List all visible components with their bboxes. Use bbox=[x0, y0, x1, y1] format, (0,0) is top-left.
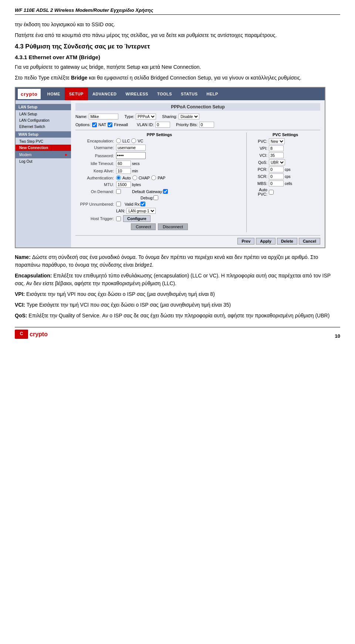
sharing-label: Sharing: bbox=[162, 114, 177, 119]
auth-auto-label: Auto bbox=[122, 176, 131, 180]
encap-vc-label: VC bbox=[138, 139, 143, 143]
router-main: PPPoA Connection Setup Name: Type: PPPoA… bbox=[71, 100, 325, 247]
page-footer: C crypto 10 bbox=[15, 327, 340, 339]
nav-status[interactable]: STATUS bbox=[176, 88, 202, 100]
nav-wireless[interactable]: WIRELESS bbox=[121, 88, 152, 100]
nav-setup[interactable]: SETUP bbox=[65, 88, 88, 100]
auto-pvc-checkbox[interactable] bbox=[269, 190, 274, 195]
ondemand-row: On Demand: Default Gateway: bbox=[75, 189, 243, 194]
pcr-label: PCR: bbox=[250, 167, 269, 172]
username-row: Username: bbox=[75, 145, 243, 151]
router-sidebar: LAN Setup LAN Setup LAN Configuration Et… bbox=[16, 100, 71, 247]
auto-pvc-row: Auto PVC: bbox=[250, 188, 320, 196]
mbs-label: MBS: bbox=[250, 181, 269, 186]
header-title: WF 110E ADSL 2 Wireless Modem/Router Εγχ… bbox=[15, 7, 153, 13]
valid-rx-checkbox[interactable] bbox=[141, 202, 145, 206]
ppp-settings-title: PPP Settings bbox=[75, 132, 243, 137]
disconnect-button[interactable]: Disconnect bbox=[158, 223, 187, 230]
encap-body-text: Encapsulation: Επιλέξτε τον επιθυμητό τύ… bbox=[15, 272, 340, 287]
prev-button[interactable]: Prev bbox=[237, 238, 254, 245]
pcr-input[interactable] bbox=[269, 166, 284, 172]
qos-select[interactable]: UBR bbox=[269, 159, 285, 165]
auth-pap-radio[interactable] bbox=[151, 175, 156, 180]
pvc-select[interactable]: New bbox=[269, 138, 285, 144]
connect-row: Connect Disconnect bbox=[75, 223, 243, 230]
nat-checkbox[interactable] bbox=[92, 122, 97, 127]
connect-button[interactable]: Connect bbox=[131, 223, 156, 230]
idle-label: Idle Timeout: bbox=[75, 161, 116, 166]
encap-llc-radio[interactable] bbox=[116, 138, 121, 143]
configure-button[interactable]: Configure bbox=[123, 215, 151, 222]
sidebar-item-new-connection[interactable]: New Connection bbox=[16, 145, 71, 151]
vlan-input[interactable] bbox=[155, 122, 170, 128]
type-select[interactable]: PPPoA bbox=[136, 114, 156, 119]
delete-button[interactable]: Delete bbox=[277, 238, 297, 245]
logo-text: crypto bbox=[21, 91, 38, 97]
section-4-3-1-desc: Για να ρυθμίσετε το gateway ως bridge, π… bbox=[15, 63, 340, 71]
ppp-unnumbered-checkbox[interactable] bbox=[116, 202, 121, 206]
priority-input[interactable] bbox=[199, 122, 214, 128]
sidebar-item-ethernet-switch[interactable]: Ethernet Switch bbox=[16, 124, 71, 130]
nav-home[interactable]: HOME bbox=[43, 88, 65, 100]
debug-checkbox[interactable] bbox=[153, 195, 158, 200]
keepalive-unit: min bbox=[132, 169, 138, 173]
type-field: Type: PPPoA bbox=[124, 114, 156, 119]
nav-items: HOME SETUP ADVANCED WIRELESS TOOLS STATU… bbox=[43, 88, 223, 100]
encap-radios: LLC VC bbox=[116, 138, 143, 143]
keepalive-input[interactable] bbox=[116, 168, 131, 174]
sidebar-item-lan-config[interactable]: LAN Configuration bbox=[16, 117, 71, 124]
priority-label: Priority Bits: bbox=[176, 122, 198, 127]
encap-vc-radio[interactable] bbox=[131, 138, 136, 143]
firewall-checkbox[interactable] bbox=[108, 122, 112, 127]
mtu-input[interactable] bbox=[116, 182, 131, 188]
ondemand-checkbox[interactable] bbox=[116, 189, 121, 194]
password-input[interactable] bbox=[116, 152, 146, 159]
nav-tools[interactable]: TOOLS bbox=[153, 88, 176, 100]
password-row: Password: bbox=[75, 152, 243, 159]
sidebar-item-lan-setup[interactable]: LAN Setup bbox=[16, 111, 71, 117]
sidebar-item-modem[interactable]: Modem ● bbox=[16, 151, 71, 158]
bottom-buttons: Prev Apply Delete Cancel bbox=[75, 235, 320, 245]
intro-line1: την έκδοση του λογισμικού και το SSID σα… bbox=[15, 21, 340, 28]
host-trigger-label: Host Trigger: bbox=[75, 216, 116, 221]
apply-button[interactable]: Apply bbox=[256, 238, 275, 245]
nav-advanced[interactable]: ADVANCED bbox=[88, 88, 121, 100]
nav-help[interactable]: HELP bbox=[202, 88, 222, 100]
pvc-row: PVC: New bbox=[250, 138, 320, 144]
nav-logo: crypto bbox=[18, 89, 41, 99]
page-number: 10 bbox=[335, 333, 340, 339]
auth-label: Authentication: bbox=[75, 176, 116, 180]
mbs-unit: cells bbox=[285, 182, 292, 186]
username-label: Username: bbox=[75, 145, 116, 150]
ondemand-label: On Demand: bbox=[75, 189, 116, 194]
idle-unit: secs bbox=[132, 162, 140, 166]
username-input[interactable] bbox=[116, 145, 146, 151]
auth-auto-radio[interactable] bbox=[116, 175, 121, 180]
idle-row: Idle Timeout: secs bbox=[75, 161, 243, 166]
ppp-unnumbered-label: PPP Unnumbered: bbox=[75, 202, 116, 206]
vci-row: VCI: bbox=[250, 152, 320, 158]
options-label: Options: bbox=[75, 122, 91, 127]
sidebar-item-two-step[interactable]: Two Step PVC bbox=[16, 138, 71, 145]
cancel-button[interactable]: Cancel bbox=[299, 238, 320, 245]
sharing-select[interactable]: Disable bbox=[179, 114, 199, 119]
default-gw-checkbox[interactable] bbox=[163, 189, 168, 194]
router-ui: crypto HOME SETUP ADVANCED WIRELESS TOOL… bbox=[15, 87, 325, 248]
footer-logo: C crypto bbox=[15, 330, 48, 339]
keepalive-row: Keep Alive: min bbox=[75, 168, 243, 174]
auth-chap-radio[interactable] bbox=[132, 175, 137, 180]
sharing-field: Sharing: Disable bbox=[162, 114, 199, 119]
sidebar-item-logout[interactable]: Log Out bbox=[16, 158, 71, 165]
vpi-input[interactable] bbox=[269, 145, 284, 151]
name-input[interactable] bbox=[89, 114, 118, 119]
idle-input[interactable] bbox=[116, 161, 131, 166]
vci-input[interactable] bbox=[269, 152, 284, 158]
encap-llc-label: LLC bbox=[122, 139, 130, 143]
pvc-label: PVC: bbox=[250, 139, 269, 144]
host-trigger-checkbox[interactable] bbox=[116, 216, 121, 221]
section-4-3-1-desc2: Στο πεδίο Type επιλέξτε Bridge και θα εμ… bbox=[15, 74, 340, 82]
lan-select[interactable]: LAN group 1 bbox=[126, 208, 156, 214]
scr-input[interactable] bbox=[269, 173, 284, 179]
top-row: Name: Type: PPPoA Sharing: Disable bbox=[75, 114, 320, 119]
mbs-input[interactable] bbox=[269, 181, 284, 186]
